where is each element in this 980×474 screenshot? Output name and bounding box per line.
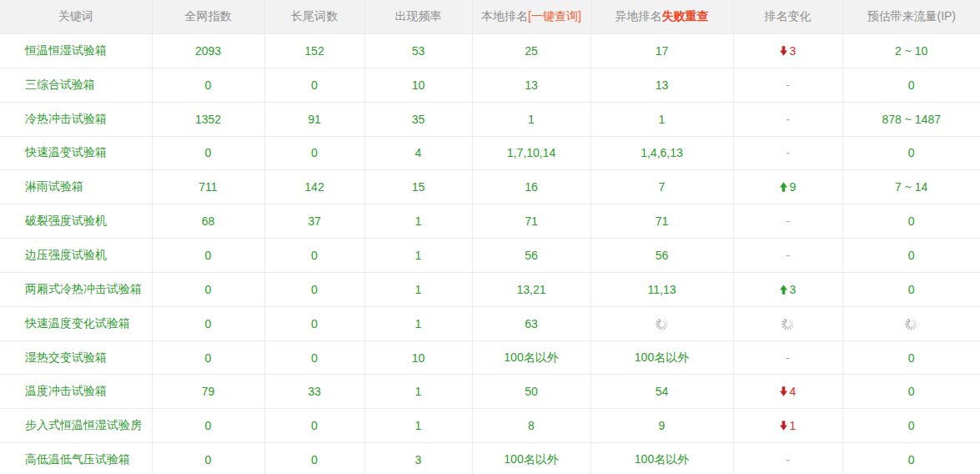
column-header-label: 出现频率 (395, 9, 442, 23)
column-header-label: 关键词 (58, 9, 93, 23)
column-header-index: 全网指数 (152, 0, 264, 34)
column-header-label: 排名变化 (765, 9, 812, 23)
index-cell: 0 (152, 443, 264, 474)
traffic-cell: 7 ~ 14 (842, 170, 980, 204)
freq-cell: 3 (364, 443, 472, 474)
index-cell: 68 (152, 204, 264, 239)
header-row: 关键词全网指数长尾词数出现频率本地排名[一键查询]异地排名失败重查排名变化预估带… (0, 0, 980, 34)
traffic-cell: 0 (842, 136, 980, 170)
index-cell: 0 (152, 306, 264, 340)
table-row: 两厢式冷热冲击试验箱00113,2111,1330 (0, 272, 980, 306)
longtail-cell: 0 (264, 239, 364, 273)
table-row: 冷热冲击试验箱1352913511-878 ~ 1487 (0, 102, 980, 136)
index-cell: 0 (152, 68, 264, 102)
remote-cell: 71 (591, 204, 733, 239)
change-cell: 4 (733, 375, 842, 409)
keyword-cell: 湿热交变试验箱 (0, 340, 152, 375)
local-cell: 100名以外 (472, 443, 591, 474)
column-header-local: 本地排名[一键查询] (472, 0, 591, 34)
index-cell: 1352 (152, 102, 264, 136)
no-change-dash: - (786, 351, 790, 365)
remote-cell: 9 (591, 409, 733, 443)
freq-cell: 10 (364, 340, 472, 375)
local-cell: 8 (472, 409, 591, 443)
table-row: 恒温恒湿试验箱209315253251732 ~ 10 (0, 34, 980, 68)
spinner-icon (904, 317, 918, 331)
no-change-dash: - (786, 78, 790, 92)
keyword-cell: 高低温低气压试验箱 (0, 443, 152, 474)
column-header-longtail: 长尾词数 (264, 0, 364, 34)
index-cell: 79 (152, 375, 264, 409)
keyword-cell: 快速温度变化试验箱 (0, 306, 152, 340)
traffic-cell: 0 (842, 272, 980, 306)
change-cell: 3 (733, 34, 842, 68)
longtail-cell: 0 (264, 340, 364, 375)
remote-cell: 11,13 (591, 272, 733, 306)
local-cell: 100名以外 (472, 340, 591, 375)
longtail-cell: 0 (264, 306, 364, 340)
recheck-failed-button[interactable]: 失败重查 (662, 9, 709, 23)
index-cell: 0 (152, 239, 264, 273)
query-all-button[interactable]: [一键查询] (528, 9, 581, 23)
column-header-freq: 出现频率 (364, 0, 472, 34)
keyword-cell: 恒温恒湿试验箱 (0, 34, 152, 68)
longtail-cell: 152 (264, 34, 364, 68)
arrow-down-icon (780, 386, 787, 396)
traffic-cell (842, 306, 980, 340)
column-header-label: 异地排名 (616, 9, 662, 23)
local-cell: 1 (472, 102, 591, 136)
remote-cell: 13 (591, 68, 733, 102)
column-header-change: 排名变化 (733, 0, 842, 34)
table-row: 快速温度变化试验箱00163 (0, 306, 980, 340)
index-cell: 0 (152, 272, 264, 306)
traffic-cell: 0 (842, 409, 980, 443)
index-cell: 711 (152, 170, 264, 204)
remote-cell: 17 (591, 34, 733, 68)
table-row: 边压强度试验机0015656-0 (0, 239, 980, 273)
table-row: 湿热交变试验箱0010100名以外100名以外-0 (0, 340, 980, 375)
table-row: 淋雨试验箱7111421516797 ~ 14 (0, 170, 980, 204)
local-cell: 50 (472, 375, 591, 409)
longtail-cell: 91 (264, 102, 364, 136)
keyword-cell: 冷热冲击试验箱 (0, 102, 152, 136)
table-row: 高低温低气压试验箱003100名以外100名以外-0 (0, 443, 980, 474)
change-cell: - (733, 239, 842, 273)
spinner-icon (655, 317, 669, 331)
remote-cell: 1 (591, 102, 733, 136)
remote-cell: 100名以外 (591, 443, 733, 474)
column-header-keyword: 关键词 (0, 0, 152, 34)
local-cell: 13,21 (472, 272, 591, 306)
local-cell: 1,7,10,14 (472, 136, 591, 170)
no-change-dash: - (786, 214, 790, 228)
local-cell: 16 (472, 170, 591, 204)
remote-cell (591, 306, 733, 340)
local-cell: 56 (472, 239, 591, 273)
change-cell: - (733, 68, 842, 102)
local-cell: 63 (472, 306, 591, 340)
column-header-label: 全网指数 (185, 9, 232, 23)
freq-cell: 1 (364, 375, 472, 409)
local-cell: 13 (472, 68, 591, 102)
rank-change-value: 3 (780, 283, 797, 296)
change-cell: - (733, 102, 842, 136)
table-row: 三综合试验箱00101313-0 (0, 68, 980, 102)
rank-change-value: 1 (780, 419, 797, 432)
change-cell: - (733, 136, 842, 170)
column-header-label: 长尾词数 (291, 9, 338, 23)
no-change-dash: - (786, 249, 790, 262)
remote-cell: 1,4,6,13 (591, 136, 733, 170)
longtail-cell: 33 (264, 375, 364, 409)
freq-cell: 1 (364, 306, 472, 340)
keyword-cell: 步入式恒温恒湿试验房 (0, 409, 152, 443)
spinner-icon (781, 317, 795, 331)
remote-cell: 56 (591, 239, 733, 273)
remote-cell: 100名以外 (591, 340, 733, 375)
local-cell: 71 (472, 204, 591, 239)
index-cell: 0 (152, 409, 264, 443)
freq-cell: 10 (364, 68, 472, 102)
freq-cell: 35 (364, 102, 472, 136)
table-row: 步入式恒温恒湿试验房0018910 (0, 409, 980, 443)
keyword-rank-table: 关键词全网指数长尾词数出现频率本地排名[一键查询]异地排名失败重查排名变化预估带… (0, 0, 980, 474)
keyword-cell: 温度冲击试验箱 (0, 375, 152, 409)
keyword-cell: 快速温变试验箱 (0, 136, 152, 170)
